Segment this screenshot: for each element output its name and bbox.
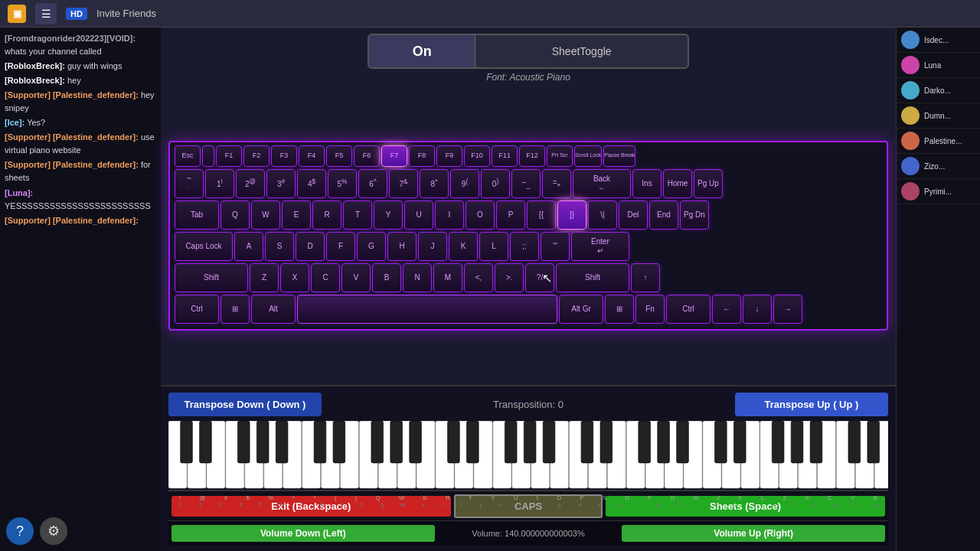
user-list-item[interactable]: Pyrimi... (897, 179, 980, 204)
key-5[interactable]: 5% (328, 169, 357, 198)
piano-black-key[interactable] (448, 421, 460, 463)
key-period[interactable]: >. (495, 263, 524, 292)
key-v[interactable]: V (341, 263, 371, 292)
key-f6[interactable]: F6 (354, 145, 380, 167)
key-3[interactable]: 3# (266, 169, 296, 198)
key-u[interactable]: U (404, 201, 433, 230)
key-i[interactable]: I (435, 201, 464, 230)
key-a[interactable]: A (234, 232, 263, 261)
key-del[interactable]: Del (619, 201, 648, 230)
key-f11[interactable]: F11 (492, 145, 518, 167)
key-0[interactable]: 0) (481, 169, 510, 198)
key-d[interactable]: D (296, 232, 325, 261)
key-f8[interactable]: F8 (409, 145, 435, 167)
piano-black-key[interactable] (581, 421, 593, 463)
key-end[interactable]: End (649, 201, 678, 230)
piano-black-key[interactable] (181, 421, 193, 463)
piano-black-key[interactable] (410, 421, 422, 463)
key-f2[interactable]: F2 (243, 145, 270, 167)
piano-black-key[interactable] (867, 421, 880, 463)
key-alt-left[interactable]: Alt (251, 295, 296, 324)
key-y[interactable]: Y (374, 201, 403, 230)
transpose-down-button[interactable]: Transpose Down ( Down ) (168, 393, 322, 416)
piano-black-key[interactable] (810, 421, 822, 463)
key-4[interactable]: 4$ (297, 169, 326, 198)
key-c[interactable]: C (311, 263, 340, 292)
sheet-toggle-button[interactable]: On SheetToggle (368, 34, 689, 69)
key-fn[interactable]: Fn (635, 295, 665, 324)
piano-black-key[interactable] (848, 421, 861, 463)
key-r[interactable]: R (312, 201, 341, 230)
user-list-item[interactable]: Darko... (897, 78, 980, 103)
user-list-item[interactable]: Zizo... (897, 154, 980, 179)
key-win-left[interactable]: ⊞ (220, 295, 250, 324)
key-ctrl-right[interactable]: Ctrl (666, 295, 710, 324)
key-ins[interactable]: Ins (632, 169, 662, 198)
key-1[interactable]: 1! (205, 169, 234, 198)
volume-up-button[interactable]: Volume Up (Right) (622, 525, 885, 542)
key-s[interactable]: S (265, 232, 294, 261)
piano-black-key[interactable] (237, 421, 250, 463)
volume-down-button[interactable]: Volume Down (Left) (172, 525, 435, 542)
key-f3[interactable]: F3 (271, 145, 297, 167)
piano-black-key[interactable] (467, 421, 479, 463)
key-o[interactable]: O (466, 201, 495, 230)
key-space[interactable] (297, 295, 557, 324)
key-shift-right[interactable]: Shift (556, 263, 629, 292)
key-n[interactable]: N (403, 263, 432, 292)
piano-black-key[interactable] (390, 421, 403, 463)
key-f7[interactable]: F7 (381, 145, 407, 167)
piano-black-key[interactable] (314, 421, 326, 463)
key-arrow-up[interactable]: ↑ (631, 263, 660, 292)
key-minus[interactable]: −_ (511, 169, 541, 198)
key-t[interactable]: T (343, 201, 372, 230)
key-backspace[interactable]: Back← (573, 169, 631, 198)
piano-black-key[interactable] (276, 421, 288, 463)
key-e[interactable]: E (282, 201, 311, 230)
key-8[interactable]: 8* (420, 169, 449, 198)
key-f10[interactable]: F10 (464, 145, 490, 167)
key-m[interactable]: M (433, 263, 462, 292)
key-arrow-left[interactable]: ← (712, 295, 741, 324)
key-ctrl-left[interactable]: Ctrl (175, 295, 219, 324)
key-home[interactable]: Home (663, 169, 692, 198)
key-tab[interactable]: Tab (175, 201, 219, 230)
key-x[interactable]: X (280, 263, 309, 292)
key-l[interactable]: L (479, 232, 508, 261)
key-shift-left[interactable]: Shift (175, 263, 248, 292)
key-enter[interactable]: Enter↵ (571, 232, 629, 261)
key-2[interactable]: 2@ (236, 169, 265, 198)
key-z[interactable]: Z (250, 263, 279, 292)
key-scrolllock[interactable]: Scroll Lock (574, 145, 602, 167)
key-comma[interactable]: <, (464, 263, 493, 292)
key-g[interactable]: G (357, 232, 386, 261)
piano-black-key[interactable] (677, 421, 689, 463)
piano-black-key[interactable] (791, 421, 803, 463)
piano-black-key[interactable] (371, 421, 384, 463)
user-list-item[interactable]: Palestine... (897, 129, 980, 154)
key-7[interactable]: 7& (389, 169, 418, 198)
key-b[interactable]: B (372, 263, 401, 292)
user-list-item[interactable]: Dumn... (897, 103, 980, 129)
key-6[interactable]: 6^ (358, 169, 387, 198)
key-f1[interactable] (202, 145, 214, 167)
key-f9[interactable]: F9 (436, 145, 462, 167)
piano-black-key[interactable] (772, 421, 784, 463)
piano-black-key[interactable] (715, 421, 727, 463)
key-lbracket[interactable]: [{ (527, 201, 556, 230)
key-arrow-right[interactable]: → (773, 295, 802, 324)
piano-black-key[interactable] (733, 421, 746, 463)
piano-black-key[interactable] (256, 421, 269, 463)
settings-button[interactable]: ⚙ (40, 517, 67, 545)
key-prtscr[interactable]: Prt Scr (547, 145, 573, 167)
key-f1-btn[interactable]: F1 (216, 145, 242, 167)
key-quote[interactable]: '" (541, 232, 570, 261)
key-f5[interactable]: F5 (326, 145, 352, 167)
invite-friends-button[interactable]: Invite Friends (96, 8, 156, 19)
user-list-item[interactable]: Luna (897, 53, 980, 78)
menu-icon[interactable]: ☰ (35, 3, 57, 24)
key-9[interactable]: 9( (450, 169, 479, 198)
transpose-up-button[interactable]: Transpose Up ( Up ) (735, 393, 888, 416)
piano-black-key[interactable] (524, 421, 536, 463)
key-k[interactable]: K (449, 232, 478, 261)
